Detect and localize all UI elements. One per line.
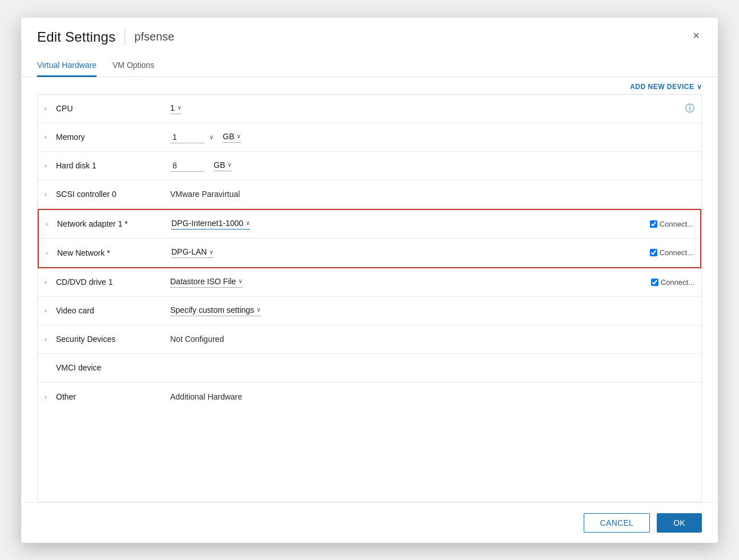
cd-dvd-connect-label: Connect... bbox=[651, 278, 694, 287]
cpu-info-icon[interactable]: ⓘ bbox=[685, 103, 694, 115]
video-card-select-arrow: ∨ bbox=[256, 306, 261, 313]
network-adapter-1-row: › Network adapter 1 * DPG-Internet1-1000… bbox=[39, 210, 700, 239]
dialog-subtitle: pfsense bbox=[134, 30, 174, 43]
cd-dvd-connect-checkbox[interactable] bbox=[651, 279, 658, 286]
security-devices-label: Security Devices bbox=[56, 335, 170, 344]
cpu-row: › CPU 1 ∨ ⓘ bbox=[38, 95, 701, 123]
new-network-connect-checkbox[interactable] bbox=[650, 249, 657, 256]
network-adapter-1-select-arrow: ∨ bbox=[246, 219, 250, 227]
cd-dvd-select[interactable]: Datastore ISO File ∨ bbox=[170, 277, 243, 288]
security-devices-row: › Security Devices Not Configured bbox=[38, 325, 701, 354]
hard-disk-unit-arrow: ∨ bbox=[227, 161, 232, 168]
vmci-device-row: › VMCI device bbox=[38, 354, 701, 382]
new-network-right: Connect... bbox=[650, 248, 693, 257]
new-network-label: New Network * bbox=[57, 248, 171, 257]
dialog-header: Edit Settings pfsense × bbox=[21, 18, 718, 45]
memory-expand-icon[interactable]: › bbox=[45, 134, 56, 140]
memory-row: › Memory ∨ GB ∨ bbox=[38, 123, 701, 152]
cd-dvd-select-arrow: ∨ bbox=[238, 277, 243, 285]
edit-settings-dialog: Edit Settings pfsense × Virtual Hardware… bbox=[21, 18, 718, 543]
network-adapter-1-value: DPG-Internet1-1000 ∨ bbox=[171, 219, 650, 229]
memory-label: Memory bbox=[56, 132, 170, 142]
tab-virtual-hardware[interactable]: Virtual Hardware bbox=[37, 55, 97, 77]
security-devices-value-text: Not Configured bbox=[170, 335, 224, 344]
network-adapter-1-select[interactable]: DPG-Internet1-1000 ∨ bbox=[171, 219, 250, 229]
hard-disk-input[interactable] bbox=[170, 160, 204, 172]
video-card-select[interactable]: Specify custom settings ∨ bbox=[170, 305, 261, 316]
dialog-footer: CANCEL OK bbox=[21, 502, 718, 543]
dialog-title-separator bbox=[124, 29, 125, 45]
hard-disk-expand-icon[interactable]: › bbox=[45, 162, 56, 169]
new-network-select[interactable]: DPG-LAN ∨ bbox=[171, 247, 214, 258]
tab-bar: Virtual Hardware VM Options bbox=[21, 54, 718, 77]
other-expand-icon[interactable]: › bbox=[45, 393, 56, 400]
network-adapter-1-right: Connect... bbox=[650, 220, 693, 228]
new-network-row: › New Network * DPG-LAN ∨ Connect... bbox=[39, 239, 700, 267]
cd-dvd-row: › CD/DVD drive 1 Datastore ISO File ∨ Co… bbox=[38, 268, 701, 297]
network-adapter-1-connect-checkbox[interactable] bbox=[650, 220, 657, 228]
video-card-row: › Video card Specify custom settings ∨ bbox=[38, 297, 701, 325]
toolbar: ADD NEW DEVICE ∨ bbox=[21, 77, 718, 94]
hard-disk-unit-select[interactable]: GB ∨ bbox=[214, 160, 232, 171]
video-card-expand-icon[interactable]: › bbox=[45, 307, 56, 314]
security-devices-value: Not Configured bbox=[170, 335, 694, 344]
vmci-label: VMCI device bbox=[56, 363, 170, 372]
scsi-value-text: VMware Paravirtual bbox=[170, 190, 240, 199]
other-row: › Other Additional Hardware bbox=[38, 382, 701, 411]
hard-disk-1-row: › Hard disk 1 GB ∨ bbox=[38, 152, 701, 180]
memory-input[interactable] bbox=[170, 131, 204, 143]
video-card-label: Video card bbox=[56, 306, 170, 315]
memory-dropdown-arrow: ∨ bbox=[209, 134, 214, 141]
network-adapter-1-expand-icon[interactable]: › bbox=[46, 220, 57, 227]
new-network-expand-icon[interactable]: › bbox=[46, 249, 57, 256]
cd-dvd-value: Datastore ISO File ∨ bbox=[170, 277, 651, 288]
new-network-select-arrow: ∨ bbox=[209, 248, 214, 256]
tab-vm-options[interactable]: VM Options bbox=[113, 55, 154, 77]
cd-dvd-label: CD/DVD drive 1 bbox=[56, 277, 170, 287]
other-value: Additional Hardware bbox=[170, 392, 694, 401]
scsi-value: VMware Paravirtual bbox=[170, 190, 694, 199]
other-value-text: Additional Hardware bbox=[170, 392, 242, 401]
cpu-value: 1 ∨ bbox=[170, 103, 685, 114]
memory-unit-select[interactable]: GB ∨ bbox=[223, 132, 241, 143]
cpu-select-arrow: ∨ bbox=[177, 104, 182, 111]
hard-disk-label: Hard disk 1 bbox=[56, 161, 170, 170]
hard-disk-value: GB ∨ bbox=[170, 160, 694, 172]
add-new-device-button[interactable]: ADD NEW DEVICE ∨ bbox=[630, 83, 702, 91]
network-adapter-1-label: Network adapter 1 * bbox=[57, 219, 171, 228]
memory-controls: ∨ GB ∨ bbox=[170, 131, 241, 143]
other-label: Other bbox=[56, 392, 170, 401]
security-devices-expand-icon[interactable]: › bbox=[45, 336, 56, 343]
scsi-expand-icon[interactable]: › bbox=[45, 191, 56, 198]
cd-dvd-expand-icon[interactable]: › bbox=[45, 279, 56, 285]
memory-value: ∨ GB ∨ bbox=[170, 131, 694, 143]
cancel-button[interactable]: CANCEL bbox=[584, 513, 650, 533]
cpu-select[interactable]: 1 ∨ bbox=[170, 103, 182, 114]
ok-button[interactable]: OK bbox=[657, 513, 702, 533]
highlighted-network-group: › Network adapter 1 * DPG-Internet1-1000… bbox=[38, 209, 701, 268]
scsi-label: SCSI controller 0 bbox=[56, 190, 170, 199]
video-card-value: Specify custom settings ∨ bbox=[170, 305, 694, 316]
memory-unit-arrow: ∨ bbox=[236, 132, 241, 140]
dialog-title: Edit Settings bbox=[37, 29, 115, 45]
hardware-table: › CPU 1 ∨ ⓘ › Memory ∨ GB bbox=[37, 94, 702, 502]
new-network-connect-label: Connect... bbox=[650, 248, 693, 257]
scsi-controller-row: › SCSI controller 0 VMware Paravirtual bbox=[38, 180, 701, 209]
network-adapter-1-connect-label: Connect... bbox=[650, 220, 693, 228]
new-network-value: DPG-LAN ∨ bbox=[171, 247, 650, 258]
hard-disk-controls: GB ∨ bbox=[170, 160, 232, 172]
cd-dvd-right: Connect... bbox=[651, 278, 694, 287]
cpu-right: ⓘ bbox=[685, 103, 694, 115]
cpu-label: CPU bbox=[56, 104, 170, 113]
cpu-expand-icon[interactable]: › bbox=[45, 105, 56, 112]
close-button[interactable]: × bbox=[688, 28, 704, 44]
